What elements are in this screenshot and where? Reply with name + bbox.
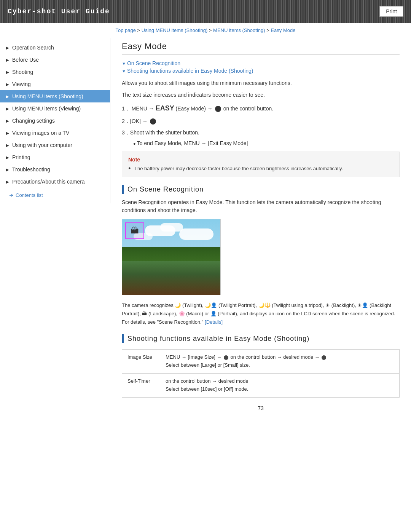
focus-box: 🏔 [125, 222, 144, 239]
main-content: Easy Mode On Scene Recognition Shooting … [110, 38, 411, 427]
table-cell-label-image-size: Image Size [122, 350, 160, 374]
sidebar-label-precautions: Precautions/About this camera [12, 179, 85, 185]
sidebar-item-printing[interactable]: ▶ Printing [0, 151, 110, 163]
page-header: Cyber-shot User Guide Print [0, 0, 411, 23]
landscape-icon: 🏔 [131, 226, 139, 236]
sidebar-item-before-use[interactable]: ▶ Before Use [0, 54, 110, 66]
step-2-num: 2．[OK] → [122, 118, 157, 124]
breadcrumb: Top page > Using MENU items (Shooting) >… [0, 23, 411, 38]
table-cell-label-self-timer: Self-Timer [122, 373, 160, 397]
step-2: 2．[OK] → [122, 117, 400, 125]
arrow-icon: ▶ [6, 131, 9, 135]
sidebar-label-troubleshooting: Troubleshooting [12, 166, 50, 173]
contents-list-label: Contents list [16, 192, 43, 198]
sidebar-label-using-menu-viewing: Using MENU items (Viewing) [12, 105, 81, 112]
sidebar: ▶ Operation Search ▶ Before Use ▶ Shooti… [0, 38, 110, 203]
scene-ground [122, 261, 220, 295]
cloud-3 [179, 228, 213, 240]
table-row-self-timer: Self-Timer on the control button → desir… [122, 373, 400, 397]
sidebar-item-precautions[interactable]: ▶ Precautions/About this camera [0, 176, 110, 188]
anchor-links: On Scene Recognition Shooting functions … [122, 60, 400, 74]
sidebar-item-viewing-tv[interactable]: ▶ Viewing images on a TV [0, 127, 110, 139]
sidebar-label-before-use: Before Use [12, 57, 39, 63]
step-1-num: 1． [122, 105, 130, 112]
app-title: Cyber-shot User Guide [8, 8, 110, 15]
recognition-text: The camera recognizes 🌙 (Twilight), 🌙👤 (… [122, 301, 400, 326]
sidebar-label-operation-search: Operation Search [12, 45, 54, 51]
arrow-icon: ▶ [6, 70, 9, 74]
arrow-right-icon: ➜ [9, 192, 13, 198]
arrow-icon: ▶ [6, 168, 9, 172]
scene-recognition-title: On Scene Recognition [127, 185, 204, 193]
sidebar-item-shooting[interactable]: ▶ Shooting [0, 66, 110, 78]
note-title: Note [128, 157, 393, 163]
main-layout: ▶ Operation Search ▶ Before Use ▶ Shooti… [0, 38, 411, 427]
circle-icon [215, 106, 221, 112]
arrow-icon: ▶ [6, 155, 9, 160]
step-3: 3．Shoot with the shutter button. [122, 128, 400, 137]
sidebar-label-changing-settings: Changing settings [12, 118, 55, 124]
breadcrumb-link-top[interactable]: Top page [115, 27, 136, 33]
circle-icon-3 [224, 355, 228, 360]
intro-text: Allows you to shoot still images using t… [122, 79, 400, 87]
sidebar-item-operation-search[interactable]: ▶ Operation Search [0, 42, 110, 54]
step-1-middle: (Easy Mode) → on the control button. [176, 105, 274, 112]
sidebar-label-viewing-tv: Viewing images on a TV [12, 130, 69, 136]
step-3-num: 3．Shoot with the shutter button. [122, 129, 199, 136]
shooting-functions-title: Shooting functions available in Easy Mod… [127, 335, 309, 343]
scene-recognition-header: On Scene Recognition [122, 185, 400, 194]
arrow-icon: ▶ [6, 82, 9, 86]
breadcrumb-link-easy-mode[interactable]: Easy Mode [271, 27, 295, 33]
step-1-menu: MENU → [132, 105, 156, 112]
shooting-functions-header: Shooting functions available in Easy Mod… [122, 334, 400, 343]
scene-recognition-body: Scene Recognition operates in Easy Mode.… [122, 198, 400, 214]
blue-bar-icon [122, 185, 124, 194]
breadcrumb-link-menu-items[interactable]: MENU items (Shooting) [213, 27, 265, 33]
cloud-2 [160, 223, 183, 232]
sidebar-label-using-computer: Using with your computer [12, 142, 72, 148]
steps-list: 1． MENU → EASY (Easy Mode) → on the cont… [122, 103, 400, 146]
arrow-icon: ▶ [6, 119, 9, 123]
table-cell-value-image-size: MENU → [Image Size] → on the control but… [160, 350, 400, 374]
sidebar-label-using-menu-shooting: Using MENU items (Shooting) [12, 93, 83, 99]
blue-bar-icon-2 [122, 334, 124, 343]
sub-step-exit: To end Easy Mode, MENU → [Exit Easy Mode… [133, 140, 400, 146]
scene-trees [122, 247, 220, 261]
anchor-link-shooting-functions[interactable]: Shooting functions available in Easy Mod… [122, 68, 400, 74]
page-title: Easy Mode [122, 42, 400, 55]
easy-mode-text: EASY [156, 104, 174, 112]
page-number: 73 [122, 398, 400, 415]
sidebar-item-troubleshooting[interactable]: ▶ Troubleshooting [0, 163, 110, 176]
sidebar-label-shooting: Shooting [12, 69, 33, 75]
sub-step-text: To end Easy Mode, MENU → [Exit Easy Mode… [137, 140, 248, 146]
anchor-link-scene-recognition[interactable]: On Scene Recognition [122, 60, 400, 66]
arrow-icon: ▶ [6, 143, 9, 147]
note-item-1: The battery power may decrease faster be… [128, 165, 393, 173]
circle-icon-4 [322, 355, 326, 360]
sidebar-item-using-menu-viewing[interactable]: ▶ Using MENU items (Viewing) [0, 102, 110, 115]
contents-list-link[interactable]: ➜ Contents list [0, 188, 110, 200]
arrow-icon: ▶ [6, 94, 9, 99]
print-button[interactable]: Print [379, 6, 403, 17]
sidebar-item-using-menu-shooting[interactable]: ▶ Using MENU items (Shooting) [0, 90, 110, 102]
breadcrumb-link-using-menu[interactable]: Using MENU items (Shooting) [142, 27, 207, 33]
intro-text2: The text size increases and indicators b… [122, 91, 400, 99]
details-link[interactable]: [Details] [205, 319, 223, 325]
sidebar-label-printing: Printing [12, 154, 30, 160]
sidebar-item-viewing[interactable]: ▶ Viewing [0, 78, 110, 90]
table-row-image-size: Image Size MENU → [Image Size] → on the … [122, 350, 400, 374]
table-cell-value-self-timer: on the control button → desired mode Sel… [160, 373, 400, 397]
arrow-icon: ▶ [6, 180, 9, 184]
arrow-icon: ▶ [6, 107, 9, 111]
sidebar-item-changing-settings[interactable]: ▶ Changing settings [0, 115, 110, 127]
step-1: 1． MENU → EASY (Easy Mode) → on the cont… [122, 103, 400, 114]
circle-icon-2 [150, 118, 156, 125]
sidebar-item-using-computer[interactable]: ▶ Using with your computer [0, 139, 110, 151]
arrow-icon: ▶ [6, 58, 9, 62]
note-box: Note The battery power may decrease fast… [122, 152, 400, 177]
scene-image: 🏔 [122, 219, 221, 295]
sidebar-label-viewing: Viewing [12, 81, 31, 87]
shooting-functions-table: Image Size MENU → [Image Size] → on the … [122, 349, 400, 397]
arrow-icon: ▶ [6, 46, 9, 50]
